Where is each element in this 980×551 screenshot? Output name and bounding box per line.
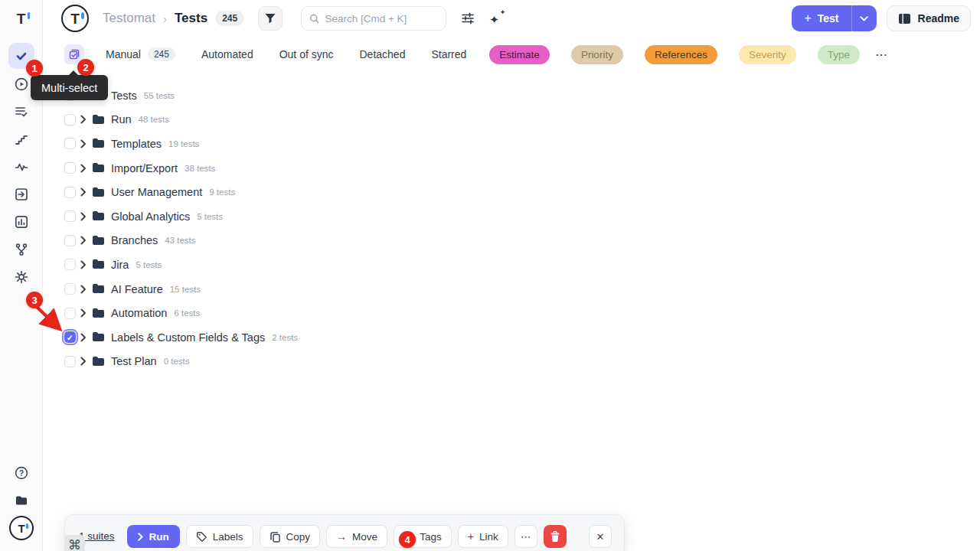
tag-pill[interactable]: References [645,45,717,64]
tree-row[interactable]: Automation 6 tests [43,301,980,325]
chevron-right-icon[interactable] [80,115,87,124]
tab-label: Detached [359,48,405,60]
tab[interactable]: Detached [359,48,405,60]
chevron-right-icon[interactable] [80,187,87,197]
tree-row[interactable]: Labels & Custom Fields & Tags 2 tests [43,325,980,350]
suite-test-count: 19 tests [168,139,199,148]
run-label: Run [149,531,169,543]
tag-pill[interactable]: Severity [739,45,796,64]
move-button[interactable]: → Move [326,525,387,548]
suite-name[interactable]: Jira [111,259,129,271]
tab[interactable]: Out of sync [279,48,334,60]
sidebar-item-settings[interactable] [8,263,34,291]
tree-row[interactable]: Branches 43 tests [43,229,980,253]
folder-icon [92,187,105,198]
row-checkbox[interactable] [64,162,76,174]
row-checkbox[interactable] [64,138,76,149]
row-checkbox[interactable] [64,114,76,126]
tree-row[interactable]: Run 48 tests [43,108,980,132]
tree-row[interactable]: AI Feature 15 tests [43,277,980,302]
filter-button[interactable] [258,6,283,31]
sidebar-item-analytics[interactable] [8,208,34,236]
run-button[interactable]: Run [127,525,180,548]
bulk-action-bar: 1 suites Run Labels Copy → Move @ Tags +… [64,514,625,551]
sidebar-item-workspace[interactable]: T [8,514,34,542]
sidebar-logo[interactable]: T [0,0,42,37]
chevron-right-icon[interactable] [80,212,87,221]
sidebar-item-test-plans[interactable] [8,98,34,126]
sidebar-item-import[interactable] [8,181,34,208]
sidebar-item-pulse[interactable] [8,153,34,181]
tag-pill[interactable]: Priority [571,45,623,64]
tree-row[interactable]: Tests 55 tests [43,83,980,108]
folder-icon [92,235,105,246]
chevron-right-icon[interactable] [80,260,87,269]
chevron-down-icon [860,16,868,21]
delete-button[interactable] [544,525,567,548]
labels-button[interactable]: Labels [186,525,253,548]
tag-pill[interactable]: Type [818,45,860,64]
chevron-right-icon[interactable] [80,357,87,366]
ai-assistant-button[interactable]: ✦✦ [489,10,506,27]
suite-test-count: 9 tests [209,187,235,197]
suite-name[interactable]: Tests [111,90,137,102]
labels-label: Labels [213,531,243,543]
tree-row[interactable]: Templates 19 tests [43,132,980,156]
row-checkbox[interactable] [64,356,76,367]
suite-name[interactable]: Run [111,113,132,126]
suite-name[interactable]: Automation [111,307,167,319]
chevron-right-icon[interactable] [80,236,87,245]
callout-arrow [31,305,70,338]
row-checkbox[interactable] [64,235,76,246]
suite-name[interactable]: Test Plan [111,355,157,367]
tag-pill[interactable]: Estimate [489,45,550,64]
sidebar-item-projects[interactable] [8,487,34,514]
sidebar-item-branches[interactable] [8,236,34,263]
suite-name[interactable]: User Management [111,186,202,198]
new-test-split-button[interactable]: + Test [792,5,876,31]
suite-name[interactable]: Branches [111,234,158,246]
suite-name[interactable]: AI Feature [111,283,163,295]
tab[interactable]: Automated [201,48,253,60]
more-actions-button[interactable]: ⋯ [514,525,537,548]
row-checkbox[interactable] [64,283,76,295]
tree-row[interactable]: Import/Export 38 tests [43,156,980,181]
svg-text:?: ? [19,469,24,478]
new-test-dropdown-button[interactable] [852,5,877,31]
breadcrumb-project[interactable]: Testomat [103,11,155,26]
tree-row[interactable]: Global Analytics 5 tests [43,204,980,229]
chevron-right-icon[interactable] [80,164,87,173]
new-test-label: Test [818,12,839,24]
link-button[interactable]: + Link [458,525,508,548]
suite-name[interactable]: Global Analytics [111,210,190,223]
suite-name[interactable]: Labels & Custom Fields & Tags [111,331,265,344]
row-checkbox[interactable] [64,187,76,198]
close-bar-button[interactable]: ✕ [589,525,612,548]
project-logo[interactable]: T [61,5,89,32]
search-input[interactable] [325,13,438,24]
row-checkbox[interactable] [64,259,76,270]
tree-row[interactable]: User Management 9 tests [43,180,980,204]
chevron-right-icon[interactable] [80,285,87,294]
readme-button[interactable]: Readme [887,5,971,31]
chevron-right-icon[interactable] [80,308,87,318]
tree-row[interactable]: Jira 5 tests [43,253,980,277]
tab-count-badge: 245 [148,47,175,61]
tab[interactable]: Starred [431,48,466,60]
row-checkbox[interactable] [64,210,76,222]
search-box[interactable] [301,6,446,31]
suite-name[interactable]: Templates [111,138,162,150]
more-tags-button[interactable]: ⋯ [875,47,888,62]
copy-button[interactable]: Copy [260,525,321,548]
sidebar-item-help[interactable]: ? [8,459,34,487]
view-settings-button[interactable] [460,11,475,26]
new-test-button[interactable]: + Test [792,5,851,31]
suite-test-count: 5 tests [197,212,223,221]
tab[interactable]: Manual 245 [106,47,175,61]
tree-row[interactable]: Test Plan 0 tests [43,350,980,374]
breadcrumb-separator: › [163,12,167,25]
suite-name[interactable]: Import/Export [111,162,178,174]
chevron-right-icon[interactable] [80,333,87,342]
sidebar-item-milestones[interactable] [8,126,34,153]
chevron-right-icon[interactable] [80,139,87,148]
